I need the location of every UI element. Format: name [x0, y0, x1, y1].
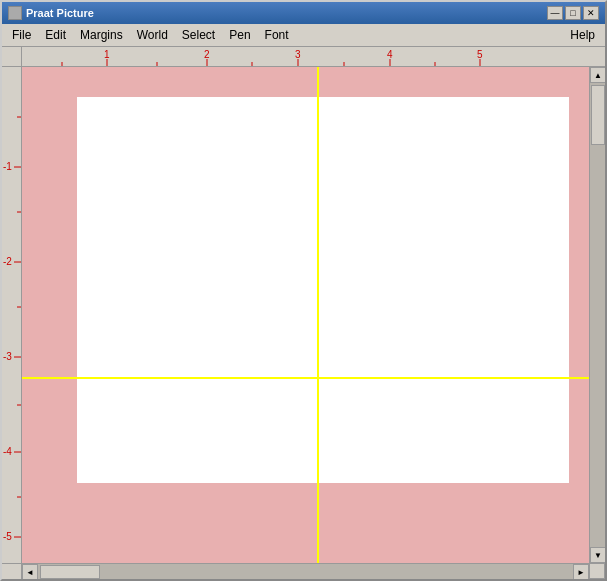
title-buttons: — □ ✕	[547, 6, 599, 20]
scrollbar-corner-left	[2, 563, 22, 579]
drawing-canvas[interactable]	[22, 67, 589, 563]
h-ruler-svg: 1 2 3 4 5	[22, 47, 605, 67]
scroll-track-horizontal[interactable]	[38, 564, 573, 579]
ruler-corner	[2, 47, 22, 67]
menu-bar: File Edit Margins World Select Pen Font …	[2, 24, 605, 47]
svg-text:-2: -2	[3, 256, 12, 267]
scrollbar-vertical[interactable]: ▲ ▼	[589, 67, 605, 563]
ruler-vertical: -1 -2 -3 -4 -5	[2, 67, 22, 563]
svg-text:-4: -4	[3, 446, 12, 457]
scroll-up-button[interactable]: ▲	[590, 67, 605, 83]
canvas-area: 1 2 3 4 5	[2, 47, 605, 579]
crosshair-horizontal	[22, 377, 589, 379]
svg-text:2: 2	[204, 49, 210, 60]
scrollbar-horizontal[interactable]: ◄ ►	[22, 563, 589, 579]
v-ruler-svg: -1 -2 -3 -4 -5	[2, 67, 22, 563]
app-icon	[8, 6, 22, 20]
title-bar-left: Praat Picture	[8, 6, 94, 20]
menu-pen[interactable]: Pen	[223, 26, 256, 44]
maximize-button[interactable]: □	[565, 6, 581, 20]
main-row: -1 -2 -3 -4 -5	[2, 67, 605, 563]
svg-text:1: 1	[104, 49, 110, 60]
main-window: Praat Picture — □ ✕ File Edit Margins Wo…	[0, 0, 607, 581]
svg-text:-5: -5	[3, 531, 12, 542]
menu-margins[interactable]: Margins	[74, 26, 129, 44]
window-title: Praat Picture	[26, 7, 94, 19]
scroll-track-vertical[interactable]	[590, 83, 605, 547]
minimize-button[interactable]: —	[547, 6, 563, 20]
svg-text:-1: -1	[3, 161, 12, 172]
svg-text:3: 3	[295, 49, 301, 60]
scrollbar-corner-right	[589, 563, 605, 579]
svg-text:5: 5	[477, 49, 483, 60]
menu-select[interactable]: Select	[176, 26, 221, 44]
scroll-left-button[interactable]: ◄	[22, 564, 38, 579]
scroll-right-button[interactable]: ►	[573, 564, 589, 579]
white-drawing-area	[77, 97, 569, 483]
scroll-thumb-vertical[interactable]	[591, 85, 605, 145]
close-button[interactable]: ✕	[583, 6, 599, 20]
menu-world[interactable]: World	[131, 26, 174, 44]
top-ruler-row: 1 2 3 4 5	[2, 47, 605, 67]
menu-file[interactable]: File	[6, 26, 37, 44]
scroll-thumb-horizontal[interactable]	[40, 565, 100, 579]
bottom-scrollbar-area: ◄ ►	[2, 563, 605, 579]
menu-font[interactable]: Font	[259, 26, 295, 44]
ruler-horizontal: 1 2 3 4 5	[22, 47, 605, 67]
scroll-down-button[interactable]: ▼	[590, 547, 605, 563]
crosshair-vertical	[317, 67, 319, 563]
menu-edit[interactable]: Edit	[39, 26, 72, 44]
svg-text:4: 4	[387, 49, 393, 60]
menu-help[interactable]: Help	[564, 26, 601, 44]
title-bar: Praat Picture — □ ✕	[2, 2, 605, 24]
svg-text:-3: -3	[3, 351, 12, 362]
